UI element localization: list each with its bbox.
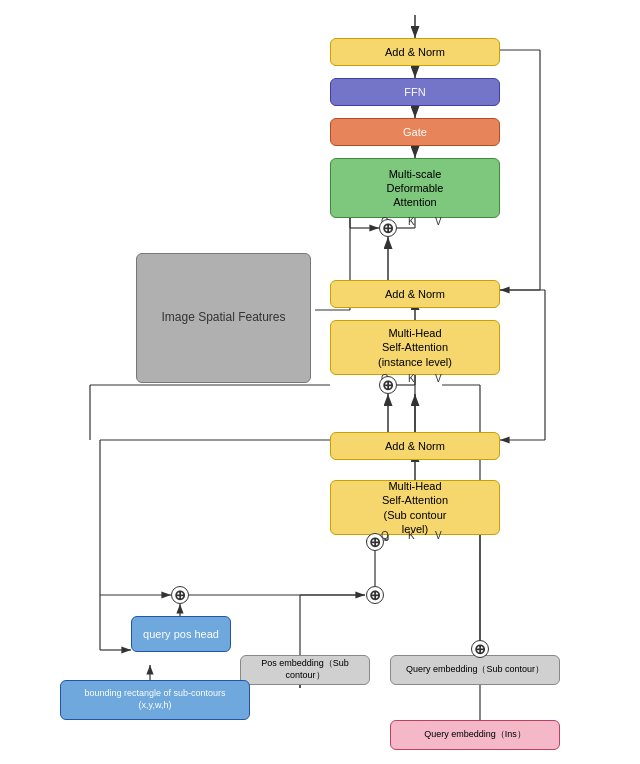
multi-head-instance-box: Multi-Head Self-Attention (instance leve… (330, 320, 500, 375)
query-embedding-ins-box: Query embedding（Ins） (390, 720, 560, 750)
circle-plus-instance: ⊕ (379, 376, 397, 394)
query-pos-head-box: query pos head (131, 616, 231, 652)
image-spatial-box: Image Spatial Features (136, 253, 311, 383)
k-label-1: K (408, 216, 415, 227)
query-pos-head-label: query pos head (143, 627, 219, 641)
arrows-svg (0, 0, 640, 764)
bounding-rect-box: bounding rectangle of sub-contours (x,y,… (60, 680, 250, 720)
pos-embedding-sub-label: Pos embedding（Sub contour） (241, 658, 369, 681)
query-embedding-sub-label: Query embedding（Sub contour） (406, 664, 544, 676)
gate-box: Gate (330, 118, 500, 146)
k-label-2: K (408, 373, 415, 384)
ffn-box: FFN (330, 78, 500, 106)
v-label-2: V (435, 373, 442, 384)
v-label-1: V (435, 216, 442, 227)
circle-plus-multiscale: ⊕ (379, 219, 397, 237)
add-norm-bot-box: Add & Norm (330, 432, 500, 460)
gate-label: Gate (403, 125, 427, 139)
add-norm-top-box: Add & Norm (330, 38, 500, 66)
bounding-rect-label: bounding rectangle of sub-contours (x,y,… (84, 688, 225, 711)
query-embedding-ins-label: Query embedding（Ins） (424, 729, 526, 741)
query-embedding-sub-box: Query embedding（Sub contour） (390, 655, 560, 685)
multi-scale-label: Multi-scale Deformable Attention (387, 167, 444, 210)
pos-embedding-sub-box: Pos embedding（Sub contour） (240, 655, 370, 685)
multi-head-sub-label: Multi-Head Self-Attention (Sub contour l… (382, 479, 448, 536)
multi-head-instance-label: Multi-Head Self-Attention (instance leve… (378, 326, 452, 369)
circle-plus-mid-bot: ⊕ (366, 586, 384, 604)
image-spatial-label: Image Spatial Features (161, 310, 285, 326)
add-norm-mid-box: Add & Norm (330, 280, 500, 308)
v-label-3: V (435, 530, 442, 541)
add-norm-bot-label: Add & Norm (385, 439, 445, 453)
k-label-3: K (408, 530, 415, 541)
add-norm-top-label: Add & Norm (385, 45, 445, 59)
multi-head-sub-box: Multi-Head Self-Attention (Sub contour l… (330, 480, 500, 535)
ffn-label: FFN (404, 85, 425, 99)
circle-plus-query-emb: ⊕ (471, 640, 489, 658)
add-norm-mid-label: Add & Norm (385, 287, 445, 301)
circle-plus-sub: ⊕ (366, 533, 384, 551)
circle-plus-left: ⊕ (171, 586, 189, 604)
diagram-container: Add & Norm FFN Gate Multi-scale Deformab… (0, 0, 640, 764)
multi-scale-box: Multi-scale Deformable Attention (330, 158, 500, 218)
